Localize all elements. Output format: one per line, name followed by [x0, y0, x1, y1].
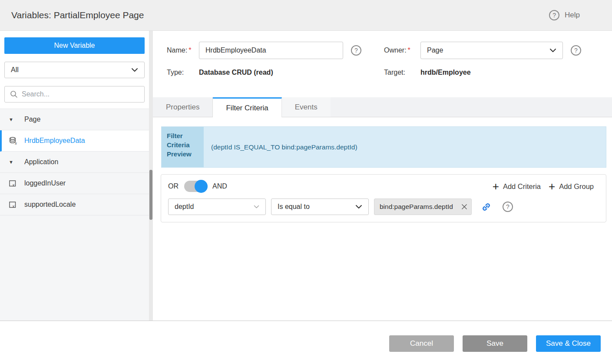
type-value: Database CRUD (read)	[199, 69, 273, 76]
name-input[interactable]	[199, 42, 343, 59]
preview-label: Filter Criteria Preview	[162, 127, 204, 167]
remove-binding-icon[interactable]	[461, 203, 468, 210]
name-help-icon[interactable]: ?	[351, 45, 361, 56]
criteria-group: OR AND + Add Criteria	[161, 174, 606, 222]
search-icon	[10, 90, 18, 98]
criteria-help-icon[interactable]: ?	[503, 202, 513, 212]
tab-events[interactable]: Events	[282, 97, 331, 117]
target-value: hrdb/Employee	[420, 69, 471, 76]
criteria-row: deptId Is equal to bind:pageParams.deptI…	[168, 199, 599, 215]
help-icon: ?	[549, 10, 559, 20]
tree-group-label: Page	[24, 116, 40, 123]
new-variable-button[interactable]: New Variable	[4, 37, 145, 54]
logic-and-label: AND	[212, 182, 227, 190]
tree-item-label: loggedInUser	[24, 179, 66, 187]
operator-select[interactable]: Is equal to	[271, 199, 369, 215]
required-marker: *	[408, 46, 410, 54]
variable-detail-panel: Name:* ? Owner:* Page ?	[153, 31, 612, 321]
logic-switch-group: OR AND	[168, 181, 227, 192]
collapse-arrow-icon: ▼	[9, 117, 13, 122]
database-variable-icon: x	[9, 136, 24, 146]
tree-item-hrdbemployeedata[interactable]: x HrdbEmployeeData	[0, 130, 149, 152]
variable-filter-select[interactable]: All	[4, 62, 145, 78]
field-select[interactable]: deptId	[168, 199, 266, 215]
target-label: Target:	[384, 69, 420, 76]
tree-item-supportedlocale[interactable]: x supportedLocale	[0, 194, 149, 215]
owner-value: Page	[427, 46, 443, 54]
sidebar-controls: New Variable All	[0, 31, 149, 109]
sidebar: New Variable All ▼ Page x	[0, 31, 149, 321]
detail-tabs: Properties Filter Criteria Events	[153, 97, 612, 117]
dialog-header: Variables: PartialEmployee Page ? Help	[0, 0, 612, 31]
tree-group-label: Application	[24, 158, 58, 166]
preview-value: (deptId IS_EQUAL_TO bind:pageParams.dept…	[204, 127, 606, 167]
chevron-down-icon	[355, 205, 362, 209]
required-marker: *	[189, 46, 191, 54]
tab-properties[interactable]: Properties	[153, 97, 213, 117]
variable-tree: ▼ Page x HrdbEmployeeData ▼ Application …	[0, 109, 149, 321]
variable-filter-value: All	[11, 66, 19, 74]
save-and-close-button[interactable]: Save & Close	[536, 335, 601, 352]
collapse-arrow-icon: ▼	[9, 159, 13, 165]
tree-item-loggedinuser[interactable]: x loggedInUser	[0, 173, 149, 194]
variables-dialog: Variables: PartialEmployee Page ? Help N…	[0, 0, 612, 364]
dialog-body: New Variable All ▼ Page x	[0, 31, 612, 321]
toggle-knob	[195, 180, 208, 193]
save-button[interactable]: Save	[463, 335, 527, 352]
tree-item-label: supportedLocale	[24, 201, 76, 208]
bind-link-icon[interactable]	[481, 202, 491, 212]
dialog-footer: Cancel Save Save & Close	[0, 321, 612, 364]
search-box	[4, 86, 145, 103]
field-value: deptId	[175, 203, 194, 211]
chevron-down-icon	[549, 48, 556, 53]
svg-text:x: x	[15, 141, 17, 146]
logic-toggle[interactable]	[184, 181, 207, 192]
variable-form: Name:* ? Owner:* Page ?	[153, 31, 612, 76]
plus-icon: +	[549, 181, 555, 192]
owner-help-icon[interactable]: ?	[571, 45, 581, 56]
plus-icon: +	[493, 181, 499, 192]
add-group-button[interactable]: + Add Group	[549, 181, 594, 192]
tree-group-page[interactable]: ▼ Page	[0, 109, 149, 130]
help-label: Help	[565, 11, 580, 20]
name-label: Name:*	[167, 46, 199, 54]
chevron-down-icon	[254, 205, 259, 208]
sidebar-scrollbar[interactable]	[149, 31, 153, 321]
owner-label: Owner:*	[384, 46, 420, 54]
tab-filter-criteria[interactable]: Filter Criteria	[213, 97, 281, 117]
variable-icon: x	[9, 179, 24, 188]
cancel-button[interactable]: Cancel	[389, 335, 454, 352]
binding-value: bind:pageParams.deptId	[380, 203, 461, 211]
type-label: Type:	[167, 69, 199, 76]
operator-value: Is equal to	[278, 203, 310, 211]
filter-criteria-content: Filter Criteria Preview (deptId IS_EQUAL…	[153, 117, 612, 321]
value-binding-chip[interactable]: bind:pageParams.deptId	[374, 199, 472, 215]
logic-or-label: OR	[168, 182, 179, 190]
variable-icon: x	[9, 201, 24, 209]
scrollbar-thumb[interactable]	[149, 170, 152, 220]
add-criteria-button[interactable]: + Add Criteria	[493, 181, 541, 192]
chevron-down-icon	[131, 68, 138, 72]
tree-group-application[interactable]: ▼ Application	[0, 152, 149, 173]
help-button[interactable]: ? Help	[549, 10, 580, 20]
filter-criteria-preview: Filter Criteria Preview (deptId IS_EQUAL…	[161, 126, 606, 168]
search-input[interactable]	[22, 90, 139, 98]
tree-item-label: HrdbEmployeeData	[24, 137, 85, 145]
page-title: Variables: PartialEmployee Page	[0, 10, 144, 20]
owner-select[interactable]: Page	[420, 42, 563, 59]
